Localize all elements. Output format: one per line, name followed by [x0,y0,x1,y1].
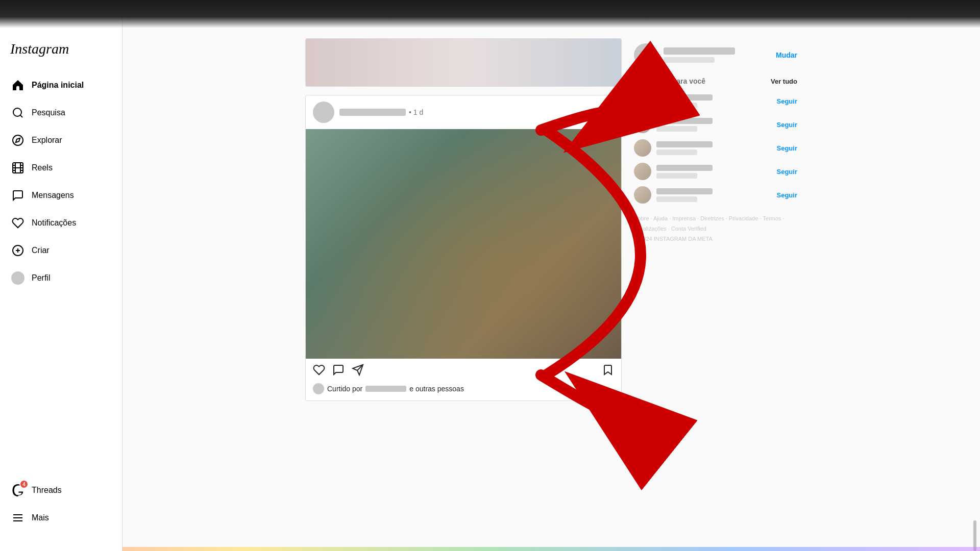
suggestion-sub-2 [656,126,697,132]
post-avatar [313,102,334,123]
suggestion-info-1 [656,94,772,108]
sidebar-item-search[interactable]: Pesquisa [4,100,118,126]
sidebar-item-create[interactable]: Criar [4,238,118,263]
suggestion-item-5: Seguir [634,186,797,204]
liked-by-prefix: Curtido por [327,385,362,393]
suggestion-item-1: Seguir [634,92,797,110]
post-more-button[interactable]: ··· [602,107,614,118]
suggestion-avatar-5 [634,186,651,204]
suggestion-sub-5 [656,196,697,202]
suggestion-avatar-3 [634,139,651,157]
share-button[interactable] [352,364,364,376]
sidebar-item-label-home: Página inicial [32,81,84,90]
suggestion-item-3: Seguir [634,139,797,157]
svg-marker-3 [16,138,20,142]
sidebar-item-label-explore: Explorar [32,136,62,145]
sidebar-item-label-create: Criar [32,246,50,255]
post-time: • 1 d [409,108,423,116]
svg-rect-17 [13,520,22,521]
messages-icon [11,189,24,202]
post-card: • 1 d ··· Cu [305,95,622,401]
story-strip [305,38,622,87]
logo-container: Instagram [0,31,122,72]
svg-point-0 [13,108,21,116]
seguir-button-4[interactable]: Seguir [777,168,797,176]
search-icon [11,106,24,119]
post-actions [306,359,621,381]
right-sidebar: Mudar Sugestões para você Ver tudo Segui… [634,38,797,541]
sidebar-item-home[interactable]: Página inicial [4,72,118,98]
right-username-block [664,47,770,63]
suggestion-info-2 [656,118,772,132]
liked-avatar [313,383,324,394]
reels-icon [11,161,24,174]
ver-tudo-button[interactable]: Ver tudo [771,78,797,85]
bookmark-button[interactable] [602,364,614,376]
scrollbar[interactable] [973,31,977,551]
suggestion-sub-1 [656,103,697,108]
suggestion-item-4: Seguir [634,163,797,180]
copyright: © 2024 INSTAGRAM DA META [634,234,797,244]
suggestion-info-3 [656,141,772,155]
sidebar-item-label-more: Mais [32,513,49,522]
seguir-button-2[interactable]: Seguir [777,121,797,129]
home-icon [11,79,24,92]
like-button[interactable] [313,364,325,376]
sidebar-item-label-search: Pesquisa [32,108,65,117]
sidebar-item-profile[interactable]: Perfil [4,265,118,291]
suggestion-username-1 [656,94,713,101]
suggestion-username-5 [656,188,713,194]
seguir-button-5[interactable]: Seguir [777,191,797,199]
seguir-button-1[interactable]: Seguir [777,97,797,105]
sidebar-bottom: Threads 4 Mais [0,473,122,541]
post-username-placeholder [339,109,406,116]
suggestion-username-3 [656,141,713,147]
liked-by-suffix: e outras pessoas [409,385,464,393]
suggestion-item-2: Seguir [634,116,797,133]
threads-badge-count: 4 [19,480,29,489]
sidebar-item-label-profile: Perfil [32,273,50,283]
sidebar-item-more[interactable]: Mais [4,505,118,531]
seguir-button-3[interactable]: Seguir [777,144,797,152]
svg-rect-15 [13,514,22,515]
suggestion-sub-3 [656,149,697,155]
suggestion-avatar-1 [634,92,651,110]
liked-username-placeholder [365,386,406,392]
explore-icon [11,134,24,147]
suggestions-title: Sugestões para você [634,77,705,85]
mudar-button[interactable]: Mudar [776,51,797,59]
sidebar-item-label-messages: Mensagens [32,191,74,200]
main-content: • 1 d ··· Cu [122,28,980,551]
feed-column: • 1 d ··· Cu [305,38,622,541]
sidebar: Instagram Página inicial Pesquisa Explor… [0,0,122,551]
sidebar-item-threads[interactable]: Threads 4 [4,478,118,503]
top-bar [0,0,980,28]
sidebar-item-label-notifications: Notificações [32,218,76,228]
right-user-row: Mudar [634,43,797,67]
suggestions-header: Sugestões para você Ver tudo [634,77,797,85]
suggestion-avatar-2 [634,116,651,133]
liked-by: Curtido por e outras pessoas [306,381,621,400]
more-icon [11,511,24,524]
right-user-avatar [634,43,657,67]
sidebar-item-messages[interactable]: Mensagens [4,183,118,208]
footer-links: Sobre · Ajuda · Imprensa · Diretrizes · … [634,214,797,234]
comment-button[interactable] [332,364,345,376]
post-header: • 1 d ··· [306,95,621,129]
svg-line-1 [20,115,22,117]
sidebar-item-notifications[interactable]: Notificações [4,210,118,236]
right-username-line [664,47,735,55]
rainbow-bar [0,547,980,551]
suggestion-info-4 [656,165,772,179]
post-image [306,129,621,359]
sidebar-nav: Página inicial Pesquisa Explorar Reels [0,72,122,473]
post-meta: • 1 d [339,108,597,116]
sidebar-item-explore[interactable]: Explorar [4,128,118,153]
scrollbar-track [973,31,977,520]
right-handle-line [664,57,715,63]
create-icon [11,244,24,257]
avatar [11,271,24,285]
scrollbar-thumb[interactable] [973,520,976,551]
suggestion-info-5 [656,188,772,202]
sidebar-item-reels[interactable]: Reels [4,155,118,181]
